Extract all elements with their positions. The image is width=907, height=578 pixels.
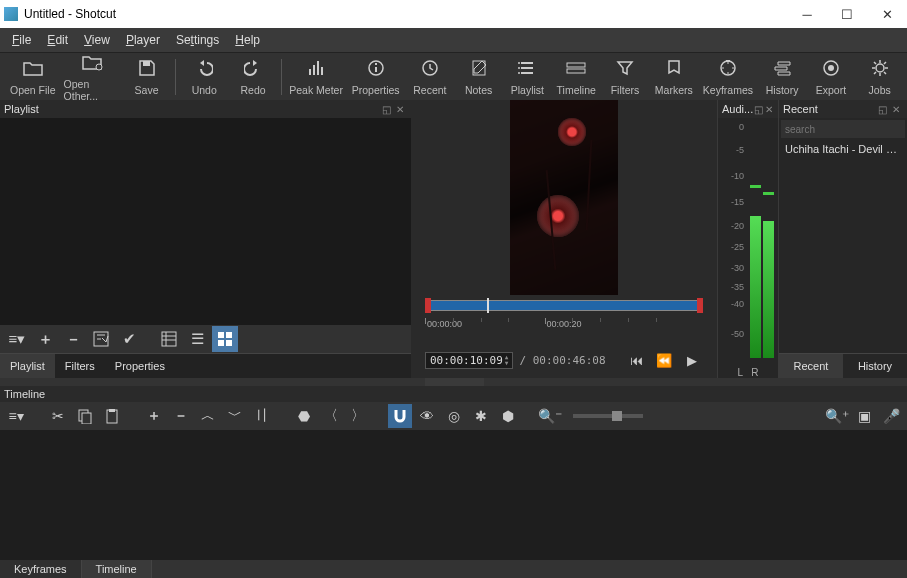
ripple-all-button[interactable]: ✱ — [469, 404, 493, 428]
menu-view[interactable]: View — [76, 33, 118, 47]
playlist-undock-icon[interactable]: ◱ — [379, 104, 393, 115]
save-button[interactable]: Save — [123, 54, 170, 100]
keyframes-label: Keyframes — [703, 84, 753, 96]
play-button[interactable]: ▶ — [681, 353, 703, 368]
append-button[interactable]: ＋ — [142, 404, 166, 428]
split-button[interactable]: 〢 — [250, 404, 274, 428]
tab-properties[interactable]: Properties — [105, 354, 175, 378]
close-button[interactable]: ✕ — [867, 0, 907, 28]
preview-ruler[interactable]: 00:00:00 00:00:20 — [425, 318, 703, 340]
audio-label-l: L — [738, 367, 744, 378]
audio-scale--5: -5 — [736, 145, 744, 155]
zoom-slider[interactable] — [573, 414, 643, 418]
tab-history[interactable]: History — [843, 354, 907, 378]
skip-prev-button[interactable]: ⏮ — [625, 353, 647, 368]
playlist-view-list-button[interactable]: ☰ — [184, 326, 210, 352]
audio-scale--15: -15 — [731, 197, 744, 207]
audio-scale--50: -50 — [731, 329, 744, 339]
recent-button[interactable]: Recent — [406, 54, 453, 100]
audio-meter: 0-5-10-15-20-25-30-35-40-50 LR — [718, 118, 778, 378]
props-button[interactable]: Properties — [347, 54, 405, 100]
scrub-audio-button[interactable]: 👁 — [415, 404, 439, 428]
window-title: Untitled - Shotcut — [24, 7, 116, 21]
playlist-update-button[interactable] — [88, 326, 114, 352]
cut-button[interactable]: ✂ — [46, 404, 70, 428]
menu-settings[interactable]: Settings — [168, 33, 227, 47]
tab-filters[interactable]: Filters — [55, 354, 105, 378]
timecode-input[interactable]: 00:00:10:09 ▲▼ — [425, 352, 513, 369]
ripple-markers-button[interactable]: ⬢ — [496, 404, 520, 428]
open-label: Open File — [10, 84, 56, 96]
menu-edit[interactable]: Edit — [39, 33, 76, 47]
bottom-tab-timeline[interactable]: Timeline — [82, 560, 152, 578]
recent-close-icon[interactable]: ✕ — [889, 104, 903, 115]
next-marker-button[interactable]: 〉 — [346, 404, 370, 428]
snap-button[interactable] — [388, 404, 412, 428]
zoom-fit-button[interactable]: ▣ — [852, 404, 876, 428]
audio-undock-icon[interactable]: ◱ — [753, 104, 763, 115]
timeline-menu-button[interactable]: ≡▾ — [4, 404, 28, 428]
playlist-view-details-button[interactable] — [156, 326, 182, 352]
markers-icon — [665, 59, 683, 82]
svg-rect-25 — [162, 332, 176, 346]
recent-item[interactable]: Uchiha Itachi - Devil Eye... — [779, 140, 907, 158]
recent-list[interactable]: Uchiha Itachi - Devil Eye... — [779, 140, 907, 353]
rewind-button[interactable]: ⏪ — [653, 353, 675, 368]
props-icon — [367, 59, 385, 82]
audio-title: Audi... — [722, 103, 753, 115]
audio-close-icon[interactable]: ✕ — [764, 104, 774, 115]
markers-button[interactable]: Markers — [650, 54, 697, 100]
playlist-check-button[interactable]: ✔ — [116, 326, 142, 352]
minimize-button[interactable]: ─ — [787, 0, 827, 28]
playlist-add-button[interactable]: ＋ — [32, 326, 58, 352]
scrub-bar[interactable] — [425, 300, 703, 311]
playlist-remove-button[interactable]: － — [60, 326, 86, 352]
svg-rect-3 — [313, 65, 315, 75]
filters-label: Filters — [611, 84, 640, 96]
menu-player[interactable]: Player — [118, 33, 168, 47]
undo-button[interactable]: Undo — [181, 54, 228, 100]
playlist-menu-button[interactable]: ≡▾ — [4, 326, 30, 352]
ripple-button[interactable]: ◎ — [442, 404, 466, 428]
tab-playlist[interactable]: Playlist — [0, 354, 55, 378]
zoom-out-button[interactable]: 🔍⁻ — [538, 404, 562, 428]
keyframes-button[interactable]: Keyframes — [699, 54, 757, 100]
marker-button[interactable]: ⬣ — [292, 404, 316, 428]
maximize-button[interactable]: ☐ — [827, 0, 867, 28]
tab-recent[interactable]: Recent — [779, 354, 843, 378]
playlist-close-icon[interactable]: ✕ — [393, 104, 407, 115]
paste-button[interactable] — [100, 404, 124, 428]
playhead[interactable] — [487, 298, 489, 313]
copy-button[interactable] — [73, 404, 97, 428]
jobs-button[interactable]: Jobs — [856, 54, 903, 100]
redo-button[interactable]: Redo — [230, 54, 277, 100]
overwrite-button[interactable]: ﹀ — [223, 404, 247, 428]
recent-undock-icon[interactable]: ◱ — [875, 104, 889, 115]
filters-button[interactable]: Filters — [602, 54, 649, 100]
playlist-button[interactable]: Playlist — [504, 54, 551, 100]
record-audio-button[interactable]: 🎤 — [879, 404, 903, 428]
peak-label: Peak Meter — [289, 84, 343, 96]
open-other-button[interactable]: Open Other... — [64, 54, 122, 100]
open-button[interactable]: Open File — [4, 54, 62, 100]
notes-button[interactable]: Notes — [455, 54, 502, 100]
peak-button[interactable]: Peak Meter — [287, 54, 345, 100]
playlist-view-tiles-button[interactable] — [212, 326, 238, 352]
playlist-label: Playlist — [511, 84, 544, 96]
bottom-tab-keyframes[interactable]: Keyframes — [0, 560, 82, 578]
ruler-tick-0: 00:00:00 — [427, 319, 462, 329]
lift-button[interactable]: ︿ — [196, 404, 220, 428]
video-preview[interactable] — [510, 100, 618, 295]
history-button[interactable]: History — [759, 54, 806, 100]
playlist-body[interactable] — [0, 118, 411, 325]
svg-point-21 — [824, 61, 838, 75]
zoom-in-button[interactable]: 🔍⁺ — [825, 404, 849, 428]
timeline-button[interactable]: Timeline — [553, 54, 600, 100]
timeline-body[interactable] — [0, 430, 907, 560]
export-button[interactable]: Export — [808, 54, 855, 100]
remove-button[interactable]: － — [169, 404, 193, 428]
recent-search-input[interactable] — [781, 120, 905, 138]
prev-marker-button[interactable]: 〈 — [319, 404, 343, 428]
menu-file[interactable]: File — [4, 33, 39, 47]
menu-help[interactable]: Help — [227, 33, 268, 47]
